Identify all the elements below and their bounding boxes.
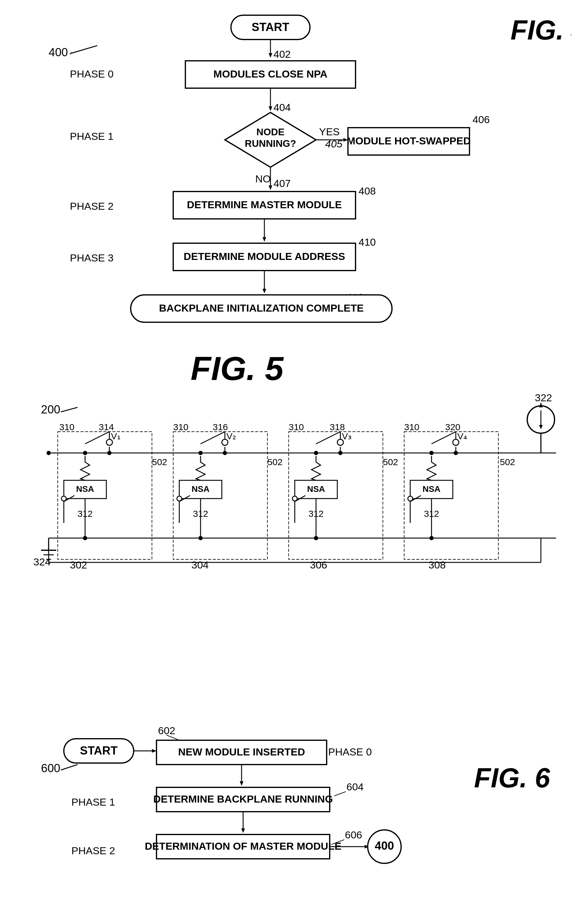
fig5-ref-310-2: 310 xyxy=(173,422,188,432)
fig6-circle-400-label: 400 xyxy=(375,839,394,852)
fig4-hotswap-text: MODULE HOT-SWAPPED xyxy=(347,135,471,147)
fig5-v2-label: V₂ xyxy=(226,431,236,441)
fig6-container: FIG. 6 600 START 602 NEW MODULE INSERTED… xyxy=(24,657,571,900)
fig4-phase3-label: PHASE 3 xyxy=(70,252,114,264)
fig4-diamond-line2: RUNNING? xyxy=(245,138,296,149)
fig4-diamond-line1: NODE xyxy=(257,126,284,137)
svg-marker-17 xyxy=(539,403,543,407)
fig5-v4-label: V₄ xyxy=(457,431,467,441)
fig6-ref-602: 602 xyxy=(158,725,175,736)
svg-marker-10 xyxy=(263,237,266,242)
fig5-ref-320: 320 xyxy=(445,422,460,432)
fig5-resistor-308 xyxy=(427,456,436,480)
svg-line-48 xyxy=(316,432,340,444)
fig4-ref-408: 408 xyxy=(359,185,376,197)
fig4-ref-400: 400 xyxy=(48,46,68,59)
svg-marker-4 xyxy=(269,107,272,111)
svg-point-43 xyxy=(199,536,203,540)
svg-line-79 xyxy=(334,792,346,796)
svg-point-64 xyxy=(454,451,458,455)
fig5-nsa-304-label: NSA xyxy=(191,484,209,494)
svg-marker-75 xyxy=(152,749,157,753)
svg-marker-81 xyxy=(241,828,245,833)
fig4-phase2-text: DETERMINE MASTER MODULE xyxy=(187,199,342,210)
svg-point-54 xyxy=(338,451,342,455)
fig4-phase3-text: DETERMINE MODULE ADDRESS xyxy=(184,251,345,262)
svg-marker-2 xyxy=(269,53,272,58)
svg-point-44 xyxy=(223,451,227,455)
fig5-ref-502-4: 502 xyxy=(500,457,515,467)
svg-point-71 xyxy=(314,451,318,455)
fig4-yes-label: YES xyxy=(319,126,340,137)
fig4-ref-406: 406 xyxy=(473,114,490,125)
svg-point-70 xyxy=(199,451,203,455)
fig4-phase0-text: MODULES CLOSE NPA xyxy=(213,68,327,80)
fig5-ref-310-3: 310 xyxy=(289,422,304,432)
fig6-phase0-text: NEW MODULE INSERTED xyxy=(178,746,305,758)
svg-line-73 xyxy=(61,765,78,770)
fig5-ref-310-1: 310 xyxy=(59,422,74,432)
fig4-title: FIG. 4 xyxy=(510,15,571,45)
svg-point-69 xyxy=(83,451,87,455)
fig5-nsa-302-label: NSA xyxy=(76,484,94,494)
fig5-resistor-304 xyxy=(196,456,205,480)
svg-marker-78 xyxy=(240,781,243,786)
fig6-phase2-text: DETERMINATION OF MASTER MODULE xyxy=(145,840,341,852)
fig5-nsa-308-label: NSA xyxy=(422,484,440,494)
fig6-phase0-label: PHASE 0 xyxy=(328,746,372,758)
fig5-svg: FIG. 5 200 322 324 302 3 xyxy=(24,349,571,623)
fig5-container: FIG. 5 200 322 324 302 3 xyxy=(24,349,571,623)
fig6-start-label: START xyxy=(80,744,118,757)
fig5-resistor-302 xyxy=(81,456,90,480)
svg-line-58 xyxy=(431,432,456,444)
fig5-module-302-ref: 302 xyxy=(70,559,87,571)
svg-line-13 xyxy=(61,407,78,412)
svg-point-32 xyxy=(83,536,87,540)
fig5-module-308-ref: 308 xyxy=(428,559,446,571)
fig5-module-306-ref: 306 xyxy=(310,559,327,571)
svg-marker-12 xyxy=(263,289,266,293)
fig6-svg: FIG. 6 600 START 602 NEW MODULE INSERTED… xyxy=(24,657,571,900)
fig6-phase2-label: PHASE 2 xyxy=(71,845,115,856)
fig4-ref-410: 410 xyxy=(359,236,376,248)
fig4-svg: FIG. 4 400 START 402 PHASE 0 MODULES CLO… xyxy=(24,9,571,343)
fig4-ref-404: 404 xyxy=(273,102,291,113)
svg-point-33 xyxy=(47,451,51,455)
svg-marker-8 xyxy=(269,186,272,190)
fig5-ref-318: 318 xyxy=(330,422,345,432)
fig5-ref-502-2: 502 xyxy=(267,457,283,467)
fig4-phase2-label: PHASE 2 xyxy=(70,201,114,212)
fig4-no-label: NO xyxy=(255,173,271,184)
fig4-container: FIG. 4 400 START 402 PHASE 0 MODULES CLO… xyxy=(24,9,571,343)
fig5-ref-314: 314 xyxy=(99,422,114,432)
fig5-v1-label: V₁ xyxy=(111,431,121,441)
fig4-phase0-label: PHASE 0 xyxy=(70,68,114,80)
svg-line-38 xyxy=(200,432,225,444)
svg-point-72 xyxy=(430,451,434,455)
fig4-end-text: BACKPLANE INITIALIZATION COMPLETE xyxy=(159,302,364,314)
svg-line-0 xyxy=(71,45,97,53)
fig6-phase1-label: PHASE 1 xyxy=(71,796,115,808)
fig4-ref-407: 407 xyxy=(273,178,291,189)
fig5-ref-200: 200 xyxy=(41,403,60,416)
fig6-title: FIG. 6 xyxy=(474,763,550,793)
fig5-ref-324: 324 xyxy=(34,556,51,568)
fig5-ref-316: 316 xyxy=(213,422,228,432)
fig5-v3-label: V₃ xyxy=(342,431,352,441)
fig5-ref-502-3: 502 xyxy=(383,457,398,467)
svg-point-63 xyxy=(430,536,434,540)
svg-line-27 xyxy=(85,432,110,444)
fig6-phase1-text: DETERMINE BACKPLANE RUNNING xyxy=(153,793,333,805)
fig5-title: FIG. 5 xyxy=(191,349,284,387)
fig6-ref-606: 606 xyxy=(345,829,362,841)
fig4-ref-405: 405 xyxy=(325,138,342,150)
fig4-phase1-label: PHASE 1 xyxy=(70,130,114,142)
fig5-ref-310-4: 310 xyxy=(404,422,419,432)
svg-point-34 xyxy=(107,451,111,455)
fig6-ref-600: 600 xyxy=(41,762,60,775)
fig6-ref-604: 604 xyxy=(346,781,364,792)
fig5-resistor-306 xyxy=(312,456,321,480)
fig4-start-label: START xyxy=(252,21,289,34)
fig5-ref-322: 322 xyxy=(535,392,552,403)
fig5-module-304-ref: 304 xyxy=(191,559,209,571)
